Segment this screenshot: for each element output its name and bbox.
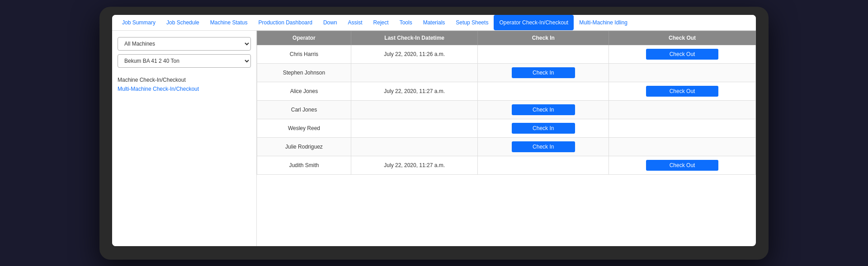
table-row: Wesley ReedCheck In	[257, 119, 756, 137]
check-in-button[interactable]: Check In	[512, 123, 575, 134]
check-out-button[interactable]: Check Out	[646, 49, 718, 60]
last-checkin-datetime: July 22, 2020, 11:27 a.m.	[351, 156, 478, 174]
nav-bar: Job SummaryJob ScheduleMachine StatusPro…	[112, 15, 756, 31]
col-check-in: Check In	[478, 31, 609, 45]
operator-name: Chris Harris	[257, 45, 351, 63]
col-operator: Operator	[257, 31, 351, 45]
check-in-cell	[478, 82, 609, 100]
nav-item-down[interactable]: Down	[318, 15, 343, 30]
last-checkin-datetime	[351, 137, 478, 156]
nav-item-materials[interactable]: Materials	[418, 15, 451, 30]
check-out-cell	[609, 119, 756, 137]
nav-item-setup-sheets[interactable]: Setup Sheets	[450, 15, 494, 30]
nav-item-assist[interactable]: Assist	[343, 15, 368, 30]
content-area: All Machines Bekum BA 41 2 40 Ton Machin…	[112, 31, 756, 246]
nav-item-machine-status[interactable]: Machine Status	[205, 15, 253, 30]
operator-name: Carl Jones	[257, 100, 351, 119]
table-body: Chris HarrisJuly 22, 2020, 11:26 a.m.Che…	[257, 45, 756, 174]
check-in-cell	[478, 45, 609, 63]
operator-name: Julie Rodriguez	[257, 137, 351, 156]
laptop-frame: Job SummaryJob ScheduleMachine StatusPro…	[99, 7, 769, 260]
check-in-button[interactable]: Check In	[512, 141, 575, 152]
operator-name: Alice Jones	[257, 82, 351, 100]
check-in-button[interactable]: Check In	[512, 67, 575, 78]
check-out-button[interactable]: Check Out	[646, 160, 718, 171]
main-table-area: Operator Last Check-In Datetime Check In…	[257, 31, 756, 246]
checkin-table: Operator Last Check-In Datetime Check In…	[257, 31, 756, 175]
nav-item-multi-machine-idling[interactable]: Multi-Machine Idling	[574, 15, 633, 30]
nav-item-reject[interactable]: Reject	[368, 15, 394, 30]
table-header: Operator Last Check-In Datetime Check In…	[257, 31, 756, 45]
nav-item-operator-check-in/checkout[interactable]: Operator Check-In/Checkout	[494, 15, 574, 30]
last-checkin-datetime: July 22, 2020, 11:27 a.m.	[351, 82, 478, 100]
table-row: Carl JonesCheck In	[257, 100, 756, 119]
operator-name: Stephen Johnson	[257, 63, 351, 82]
nav-item-job-summary[interactable]: Job Summary	[117, 15, 161, 30]
table-row: Alice JonesJuly 22, 2020, 11:27 a.m.Chec…	[257, 82, 756, 100]
machine-checkin-link: Machine Check-In/Checkout	[118, 77, 251, 83]
screen: Job SummaryJob ScheduleMachine StatusPro…	[112, 15, 756, 246]
table-row: Julie RodriguezCheck In	[257, 137, 756, 156]
check-out-cell: Check Out	[609, 82, 756, 100]
nav-item-production-dashboard[interactable]: Production Dashboard	[253, 15, 317, 30]
sidebar-links: Machine Check-In/Checkout Multi-Machine …	[118, 77, 251, 92]
sidebar: All Machines Bekum BA 41 2 40 Ton Machin…	[112, 31, 257, 246]
table-row: Judith SmithJuly 22, 2020, 11:27 a.m.Che…	[257, 156, 756, 174]
last-checkin-datetime	[351, 63, 478, 82]
operator-name: Judith Smith	[257, 156, 351, 174]
all-machines-dropdown[interactable]: All Machines	[118, 37, 251, 51]
last-checkin-datetime: July 22, 2020, 11:26 a.m.	[351, 45, 478, 63]
check-in-cell: Check In	[478, 137, 609, 156]
check-out-cell: Check Out	[609, 45, 756, 63]
col-last-checkin: Last Check-In Datetime	[351, 31, 478, 45]
col-check-out: Check Out	[609, 31, 756, 45]
check-out-button[interactable]: Check Out	[646, 86, 718, 97]
table-row: Stephen JohnsonCheck In	[257, 63, 756, 82]
check-in-cell: Check In	[478, 63, 609, 82]
nav-item-job-schedule[interactable]: Job Schedule	[161, 15, 205, 30]
last-checkin-datetime	[351, 119, 478, 137]
check-in-cell: Check In	[478, 119, 609, 137]
machine-select-dropdown[interactable]: Bekum BA 41 2 40 Ton	[118, 54, 251, 68]
check-out-cell	[609, 100, 756, 119]
check-in-button[interactable]: Check In	[512, 104, 575, 115]
check-out-cell: Check Out	[609, 156, 756, 174]
check-in-cell	[478, 156, 609, 174]
check-in-cell: Check In	[478, 100, 609, 119]
operator-name: Wesley Reed	[257, 119, 351, 137]
table-row: Chris HarrisJuly 22, 2020, 11:26 a.m.Che…	[257, 45, 756, 63]
last-checkin-datetime	[351, 100, 478, 119]
multi-machine-checkin-link[interactable]: Multi-Machine Check-In/Checkout	[118, 86, 251, 92]
check-out-cell	[609, 63, 756, 82]
check-out-cell	[609, 137, 756, 156]
nav-item-tools[interactable]: Tools	[394, 15, 418, 30]
